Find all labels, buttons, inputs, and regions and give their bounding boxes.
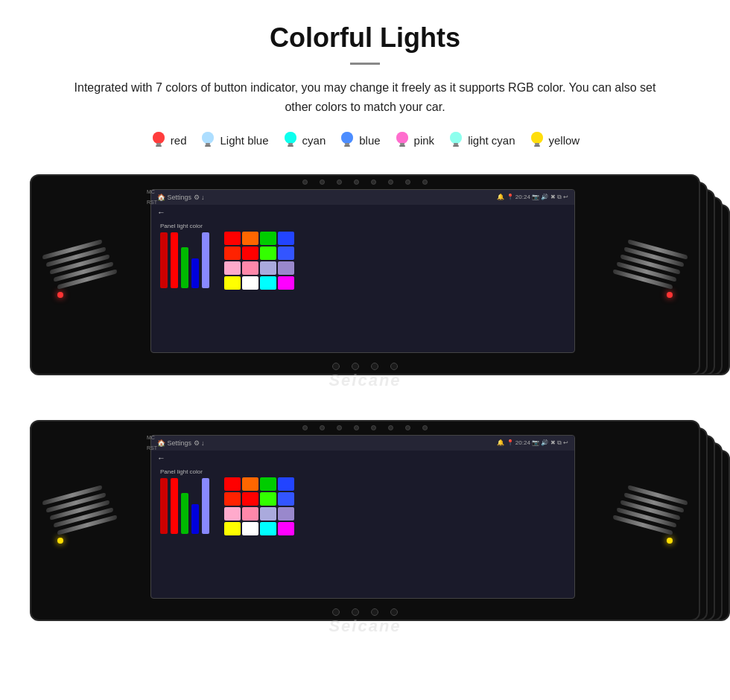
svg-point-21: [450, 132, 462, 144]
color-item-light-blue: Light blue: [200, 130, 268, 150]
svg-point-17: [396, 132, 408, 144]
red-label: red: [171, 134, 187, 147]
svg-rect-2: [156, 143, 161, 145]
svg-rect-19: [399, 145, 405, 147]
pink-bulb-icon: [394, 130, 410, 150]
android-screen: 🏠 Settings ⚙ ↓ 🔔 📍 20:24 📷 🔊 ✖ ⧉ ↩ ←Pane…: [150, 435, 575, 599]
svg-point-13: [341, 132, 353, 144]
svg-rect-26: [535, 143, 539, 145]
color-item-blue: blue: [339, 130, 380, 150]
svg-rect-22: [454, 143, 458, 145]
device-stack-bottom: 🏠 Settings ⚙ ↓ 🔔 📍 20:24 📷 🔊 ✖ ⧉ ↩ ←Pane…: [30, 413, 700, 643]
svg-rect-11: [288, 145, 293, 147]
yellow-bulb-icon: [529, 130, 545, 150]
device-stack-top: 🏠 Settings ⚙ ↓ 🔔 📍 20:24 📷 🔊 ✖ ⧉ ↩ ←Pane…: [30, 167, 700, 398]
color-item-cyan: cyan: [282, 130, 326, 150]
svg-rect-3: [156, 145, 162, 147]
title-divider: [350, 63, 380, 65]
svg-point-9: [285, 132, 296, 144]
car-unit-layer-0: 🏠 Settings ⚙ ↓ 🔔 📍 20:24 📷 🔊 ✖ ⧉ ↩ ←Pane…: [30, 174, 700, 375]
svg-rect-6: [206, 143, 210, 145]
svg-rect-10: [288, 143, 293, 145]
svg-rect-18: [400, 143, 404, 145]
page-title: Colorful Lights: [30, 22, 700, 54]
svg-point-1: [153, 132, 165, 144]
blue-label: blue: [359, 134, 380, 147]
svg-rect-23: [453, 145, 459, 147]
color-item-pink: pink: [394, 130, 435, 150]
light-cyan-label: light cyan: [468, 134, 515, 147]
description-text: Integrated with 7 colors of button indic…: [60, 78, 670, 116]
header-section: Colorful Lights Integrated with 7 colors…: [30, 22, 700, 116]
red-bulb-icon: [150, 130, 167, 150]
cyan-bulb-icon: [282, 130, 299, 150]
svg-point-5: [202, 132, 214, 144]
car-unit-layer-0: 🏠 Settings ⚙ ↓ 🔔 📍 20:24 📷 🔊 ✖ ⧉ ↩ ←Pane…: [30, 420, 700, 621]
svg-rect-27: [534, 145, 540, 147]
light-cyan-bulb-icon: [448, 130, 464, 150]
pink-label: pink: [414, 134, 435, 147]
device-section-top: 🏠 Settings ⚙ ↓ 🔔 📍 20:24 📷 🔊 ✖ ⧉ ↩ ←Pane…: [30, 167, 700, 398]
color-item-red: red: [150, 130, 187, 150]
svg-rect-7: [205, 145, 211, 147]
blue-bulb-icon: [339, 130, 355, 150]
color-item-yellow: yellow: [529, 130, 580, 150]
color-indicators: red Light blue cyan: [30, 130, 700, 150]
light-blue-label: Light blue: [220, 134, 268, 147]
light-blue-bulb-icon: [200, 130, 216, 150]
yellow-label: yellow: [549, 134, 580, 147]
svg-point-25: [531, 132, 543, 144]
android-screen: 🏠 Settings ⚙ ↓ 🔔 📍 20:24 📷 🔊 ✖ ⧉ ↩ ←Pane…: [150, 189, 575, 353]
device-section-bottom: 🏠 Settings ⚙ ↓ 🔔 📍 20:24 📷 🔊 ✖ ⧉ ↩ ←Pane…: [30, 413, 700, 643]
page-container: Colorful Lights Integrated with 7 colors…: [0, 0, 730, 673]
color-item-light-cyan: light cyan: [448, 130, 515, 150]
svg-rect-14: [345, 143, 349, 145]
svg-rect-15: [344, 145, 350, 147]
cyan-label: cyan: [302, 134, 326, 147]
